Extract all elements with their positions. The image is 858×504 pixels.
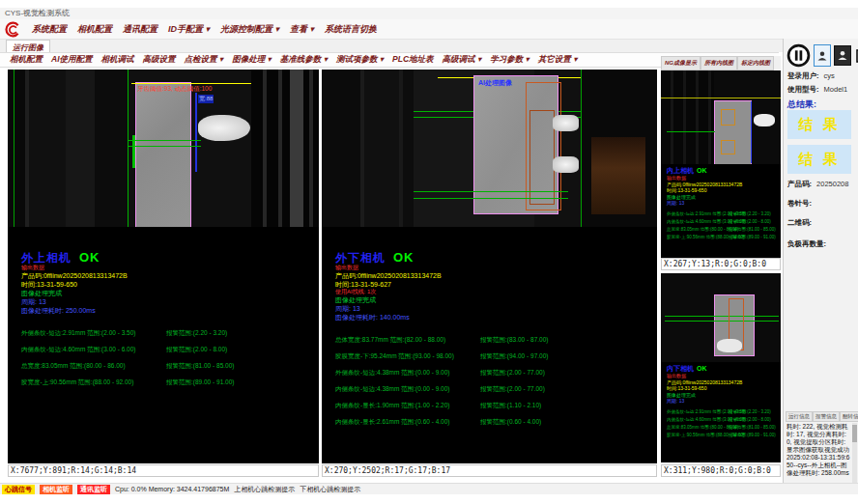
toolbar-item[interactable]: 点检设置 ▾ (185, 54, 224, 66)
result-text-outer-lower: 外下相机OK 输出数据 产品码:0ffiinw2025020813313472B… (335, 251, 651, 430)
log-scrollbar-thumb[interactable] (852, 425, 857, 442)
alarm-range: 报警范围:(2.20 - 3.20) (166, 324, 227, 341)
camera-name: 外下相机 (335, 251, 386, 265)
menu-item[interactable]: 系统配置 (32, 23, 67, 36)
toolbar-item[interactable]: 学习参数 ▾ (490, 54, 529, 66)
toolbar-item[interactable]: 相机配置 (10, 54, 43, 66)
camera-panel-outer-upper[interactable]: 牙齿阈值:93, 动态阈值:100 宽:88 外上相机OK 输出数据 产品码:0… (8, 70, 319, 463)
status-ok: OK (697, 167, 707, 174)
guide-line-green (14, 70, 14, 227)
product-code-line: 产品码:0ffiinw2025020813313472B (335, 271, 651, 280)
status-ok: OK (393, 250, 415, 265)
threshold-overlay-text: 牙齿阈值:93, 动态阈值:100 (137, 85, 212, 94)
pause-button[interactable] (786, 43, 811, 68)
measurement-row: 内侧条纹-显长:2.61mm 范围:(0.60 - 4.00) 报警范围:(0.… (335, 413, 651, 430)
lower-camera-heartbeat-hint: 下相机心跳检测提示 (300, 485, 360, 494)
camera-result-title: 内下相机OK (667, 364, 779, 373)
alarm-range: 报警范围:(2.20 - 3.20) (729, 210, 771, 218)
info-tab[interactable]: 翻转信息 (840, 411, 858, 422)
cpu-memory-status: Cpu: 0.0% Memory: 3424.41796875M (115, 486, 229, 492)
camera-image-outer-lower[interactable]: AI处理图像 (322, 70, 657, 227)
camera-image-inner-upper[interactable] (661, 70, 781, 164)
cycle-line: 周期: 13 (335, 304, 651, 313)
model-value[interactable]: Model1 (824, 85, 848, 94)
toolbar-item[interactable]: AI使用配置 (51, 54, 93, 66)
alarm-range: 报警范围:(2.00 - 8.00) (729, 218, 771, 226)
toolbar-item[interactable]: 基准线参数 ▾ (280, 54, 328, 66)
guide-line-green (128, 70, 129, 227)
measurement-row: 总宽度:83.05mm 范围:(80.00 - 86.00) 报警范围:(81.… (667, 226, 779, 234)
measurement-list: 外侧条纹-短边:2.91mm 范围:(2.00 - 3.50) 报警范围:(2.… (21, 324, 313, 390)
toolbar-item[interactable]: PLC地址表 (392, 54, 434, 66)
measurement-list: 总体宽度:83.77mm 范围:(82.00 - 88.00) 报警范围:(83… (335, 331, 651, 430)
measurement-row: 内侧条纹-显长:1.90mm 范围:(1.00 - 2.20) 报警范围:(1.… (335, 397, 651, 413)
machinery-brown-part (591, 137, 645, 214)
operator-login-button[interactable] (814, 44, 831, 67)
measure-line-green (414, 198, 568, 199)
admin-user-button[interactable] (834, 45, 851, 66)
run-log-text: 耗时: 222, 视觉检测耗时: 17, 视觉分离耗时: 0, 视觉提取分区耗时… (786, 423, 850, 487)
menu-item[interactable]: 通讯配置 (123, 23, 157, 36)
login-user-label: 登录用户: (787, 71, 819, 80)
product-code-row: 产品码: 20250208 (787, 180, 848, 189)
camera-panel-inner-upper[interactable]: 内上相机OK 输出数据 产品码:0ffiinw2025020813313472B… (661, 70, 781, 258)
toolbar-item[interactable]: 测试项参数 ▾ (336, 54, 384, 66)
measurement-row: 胶宽度-上:90.56mm 范围:(88.00 - 92.00) 报警范围:(8… (667, 432, 779, 439)
alarm-range: 报警范围:(2.00 - 77.00) (480, 364, 545, 380)
menu-item[interactable]: 光源控制配置 ▾ (220, 23, 279, 36)
cycle-line: 周期: 13 (667, 200, 779, 207)
product-region (135, 82, 191, 227)
toolbar-item[interactable]: 高级设置 (143, 54, 176, 66)
alarm-range: 报警范围:(0.60 - 4.00) (480, 413, 541, 430)
user-icon (816, 49, 828, 63)
menu-item[interactable]: 查看 ▾ (290, 23, 314, 36)
menu-item[interactable]: 相机配置 (77, 23, 112, 36)
alarm-range: 报警范围:(89.00 - 91.00) (729, 234, 776, 241)
result-display-top: 结 果 (787, 110, 851, 139)
toolbar-item[interactable]: 图像处理 ▾ (232, 54, 272, 66)
log-scrollbar[interactable] (852, 423, 857, 487)
measurement-text: 胶宽度-上:90.56mm 范围:(88.00 - 92.00) (667, 432, 729, 439)
info-tab[interactable]: 报警信息 (813, 411, 840, 422)
measurement-text: 外侧条纹-短边:2.91mm 范围:(2.00 - 3.50) (21, 324, 166, 341)
measurement-row: 内侧条纹-短边:4.60mm 范围:(3.00 - 6.00) 报警范围:(2.… (667, 416, 779, 424)
camera-panel-inner-lower[interactable]: 内下相机OK 输出数据 产品码:0ffiinw2025020813313472B… (661, 273, 781, 462)
toolbar-item[interactable]: 其它设置 ▾ (538, 54, 578, 66)
ng-view-tab[interactable]: 所有内线图 (701, 56, 737, 70)
ng-view-tab[interactable]: 标定内线图 (737, 56, 774, 70)
ng-view-tab[interactable]: NG成像显示 (661, 56, 701, 70)
toolbar-item[interactable]: 相机调试 (101, 54, 134, 66)
detect-box-orange (721, 140, 735, 154)
process-time-line: 图像处理耗时: 140.00ms (335, 313, 651, 322)
window-titlebar: CYS-视觉检测系统 (0, 8, 858, 19)
camera-name: 内上相机 (667, 167, 694, 174)
exit-button[interactable] (854, 46, 858, 65)
toolbar-item[interactable]: 高级调试 ▾ (443, 54, 482, 66)
camera-image-outer-upper[interactable]: 牙齿阈值:93, 动态阈值:100 宽:88 (8, 70, 319, 227)
measurement-text: 内侧条纹-显长:1.90mm 范围:(1.00 - 2.20) (335, 397, 480, 413)
comm-listen-badge: 通讯监听 (77, 485, 110, 494)
measurement-text: 胶宽度-上:90.56mm 范围:(88.00 - 92.00) (667, 234, 729, 241)
measure-line-green (414, 191, 568, 192)
camera-image-inner-lower[interactable] (661, 273, 781, 362)
camera-panel-outer-lower[interactable]: AI处理图像 外下相机OK 输出数据 产品码:0ffiinw2025020813… (322, 70, 657, 463)
glue-blob (553, 115, 579, 131)
measure-line-green (665, 321, 779, 322)
glue-blob (553, 156, 579, 173)
result-text-inner-lower: 内下相机OK 输出数据 产品码:0ffiinw2025020813313472B… (667, 364, 779, 439)
product-code-line: 产品码:0ffiinw2025020813313472B (21, 271, 313, 280)
glue-blob (754, 114, 775, 126)
measurement-text: 内侧条纹-短边:4.60mm 范围:(3.00 - 6.00) (21, 341, 166, 357)
width-overlay-label: 宽:88 (198, 95, 214, 103)
menu-item[interactable]: ID手配置 ▾ (168, 23, 210, 36)
measurement-row: 胶宽度-上:90.56mm 范围:(88.00 - 92.00) 报警范围:(8… (667, 234, 779, 241)
alarm-range: 报警范围:(89.00 - 91.00) (729, 432, 776, 439)
info-tab[interactable]: 运行信息 (786, 411, 813, 422)
measurement-row: 外侧条纹-短边:4.38mm 范围:(0.00 - 9.00) 报警范围:(2.… (335, 364, 651, 380)
alarm-range: 报警范围:(81.00 - 85.00) (166, 357, 234, 374)
measurement-row: 内侧条纹-短边:4.38mm 范围:(0.00 - 9.00) 报警范围:(2.… (335, 380, 651, 397)
machinery-light-column (290, 70, 303, 227)
alarm-range: 报警范围:(2.20 - 3.20) (729, 408, 771, 416)
product-code-value: 20250208 (816, 180, 848, 188)
menu-item[interactable]: 系统语言切换 (325, 23, 377, 36)
